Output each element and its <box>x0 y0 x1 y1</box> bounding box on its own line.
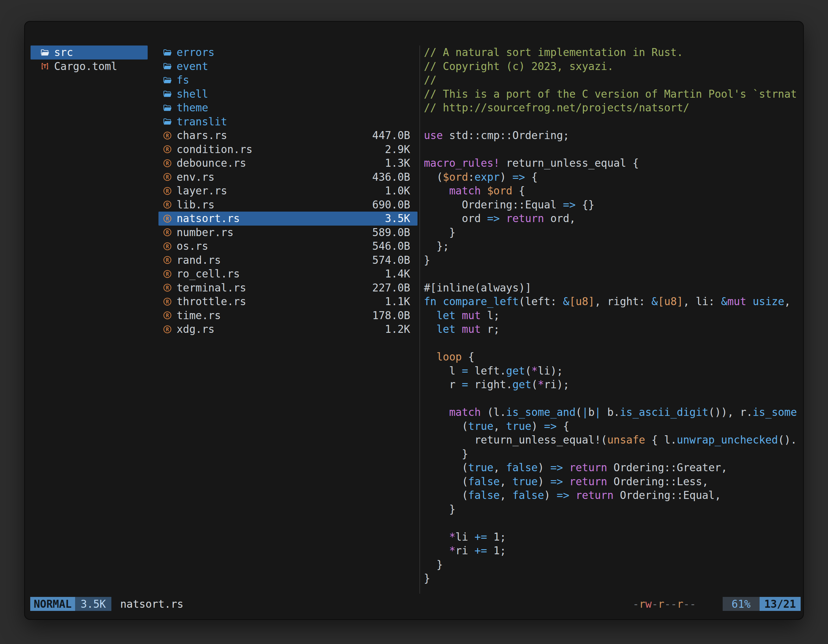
code-line: ($ord:expr) => { <box>424 170 803 184</box>
code-token: is_ascii_digit <box>620 406 708 418</box>
permission-char: - <box>652 598 658 610</box>
entry-name: ro_cell.rs <box>177 268 379 280</box>
file-row[interactable]: Rrand.rs574.0B <box>158 253 417 267</box>
code-token <box>424 544 449 557</box>
code-line: // Copyright (c) 2023, sxyazi. <box>424 60 803 74</box>
code-token: li <box>455 531 474 543</box>
code-token: } <box>424 448 468 460</box>
code-token: * <box>449 531 455 543</box>
code-line <box>424 143 803 157</box>
code-token: unwrap_unchecked <box>677 434 778 446</box>
rust-file-icon: R <box>162 144 173 155</box>
code-line: *li += 1; <box>424 530 803 544</box>
code-token: $ord <box>487 185 512 197</box>
code-token: { <box>512 185 525 197</box>
code-token: let <box>437 323 456 335</box>
file-row[interactable]: Cargo.toml <box>31 60 147 74</box>
code-token: & <box>721 295 728 308</box>
svg-text:R: R <box>166 326 169 332</box>
code-token: => <box>550 461 563 474</box>
file-row[interactable]: Rnumber.rs589.0B <box>158 226 417 240</box>
dir-row[interactable]: errors <box>158 45 417 60</box>
preview-code: // A natural sort implementation in Rust… <box>424 45 803 586</box>
file-row[interactable]: Rro_cell.rs1.4K <box>158 267 417 281</box>
code-token: , <box>494 420 506 432</box>
code-line: } <box>424 502 803 516</box>
code-token: (left: <box>519 295 563 308</box>
dir-row[interactable]: theme <box>158 101 417 115</box>
code-token: => <box>557 489 569 501</box>
file-row[interactable]: Rlayer.rs1.0K <box>158 184 417 198</box>
code-token: false <box>512 489 544 501</box>
code-token: expr <box>474 171 500 183</box>
rust-file-icon: R <box>162 185 173 196</box>
code-line: (false, false) => return Ordering::Equal… <box>424 489 803 502</box>
code-token: , <box>500 489 512 501</box>
code-token: ord <box>424 212 487 225</box>
code-token: true <box>468 461 493 474</box>
svg-text:R: R <box>166 188 169 194</box>
dir-row[interactable]: translit <box>158 115 417 129</box>
code-token: mut <box>462 323 481 335</box>
code-token: // http://sourcefrog.net/projects/natsor… <box>424 102 689 114</box>
code-line: } <box>424 558 803 572</box>
code-line: // <box>424 73 803 87</box>
file-row[interactable]: Rtime.rs178.0B <box>158 309 417 323</box>
file-row[interactable]: Rchars.rs447.0B <box>158 128 417 143</box>
folder-icon <box>162 102 173 113</box>
dir-row[interactable]: fs <box>158 73 417 87</box>
code-token: l; <box>481 309 500 322</box>
dir-row[interactable]: src <box>31 45 147 60</box>
code-token: Ordering::Greater, <box>607 461 728 474</box>
code-token: (l. <box>481 406 506 418</box>
svg-text:R: R <box>166 133 169 139</box>
code-line: Ordering::Equal => {} <box>424 198 803 212</box>
entry-size: 436.0B <box>372 171 410 183</box>
code-line: *ri += 1; <box>424 544 803 558</box>
code-token: }; <box>424 240 449 252</box>
code-line <box>424 336 803 350</box>
code-line: #[inline(always)] <box>424 281 803 295</box>
file-row[interactable]: Rterminal.rs227.0B <box>158 281 417 295</box>
code-token: : <box>468 171 474 183</box>
code-token <box>424 309 437 322</box>
permission-char: r <box>677 598 683 610</box>
file-row[interactable]: Rnatsort.rs3.5K <box>158 212 417 226</box>
file-row[interactable]: Rdebounce.rs1.3K <box>158 156 417 170</box>
code-token <box>746 295 753 308</box>
code-token: mut <box>462 309 481 322</box>
code-token: ( <box>576 406 582 418</box>
folder-icon <box>162 88 173 99</box>
file-row[interactable]: Rcondition.rs2.9K <box>158 143 417 157</box>
entry-size: 447.0B <box>372 129 410 142</box>
dir-row[interactable]: event <box>158 60 417 74</box>
code-token: l <box>424 365 462 377</box>
file-row[interactable]: Renv.rs436.0B <box>158 170 417 184</box>
file-row[interactable]: Rthrottle.rs1.1K <box>158 295 417 309</box>
code-token <box>563 461 569 474</box>
code-token: , right: <box>594 295 651 308</box>
file-row[interactable]: Rxdg.rs1.2K <box>158 322 417 336</box>
permission-char: r <box>658 598 665 610</box>
code-token: [u8] <box>658 295 683 308</box>
permission-char: w <box>645 598 652 610</box>
svg-text:R: R <box>166 160 169 166</box>
code-line: // http://sourcefrog.net/projects/natsor… <box>424 101 803 115</box>
rust-file-icon: R <box>162 227 173 238</box>
dir-row[interactable]: shell <box>158 87 417 101</box>
file-row[interactable]: Ros.rs546.0B <box>158 239 417 253</box>
code-token: { <box>462 351 474 363</box>
rust-file-icon: R <box>162 268 173 279</box>
cursor-position: 13/21 <box>760 597 801 611</box>
entry-size: 227.0B <box>372 282 410 294</box>
current-pane: errorseventfsshellthemetranslitRchars.rs… <box>158 45 417 336</box>
status-bar-right: -rw-r--r-- 61% 13/21 <box>633 597 801 611</box>
code-token: // <box>424 74 437 86</box>
file-row[interactable]: Rlib.rs690.0B <box>158 198 417 212</box>
code-token: return <box>576 489 613 501</box>
code-token <box>500 212 506 225</box>
code-token: Ordering::Equal <box>424 199 563 211</box>
rust-file-icon: R <box>162 255 173 265</box>
entry-name: condition.rs <box>177 143 379 155</box>
code-token: loop <box>437 351 462 363</box>
